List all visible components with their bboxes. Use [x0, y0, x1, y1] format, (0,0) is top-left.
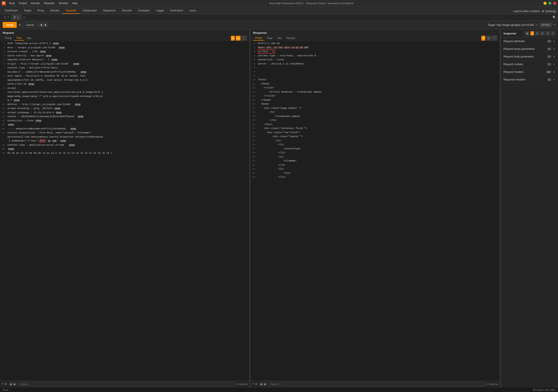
inspector-sections: Request attributes 2 ▼ Request query par…: [501, 38, 558, 83]
response-line: 22 <div class="container-fluid ">: [250, 126, 500, 131]
insp-close-icon[interactable]: ✕: [551, 31, 555, 35]
nav-tab-proxy[interactable]: Proxy: [34, 8, 47, 14]
menu-project[interactable]: Project: [17, 1, 29, 5]
menu-help[interactable]: Help: [70, 1, 79, 5]
request-tab-actions: ≡ \n ⋮: [231, 36, 247, 41]
nav-tab-collaborator[interactable]: Collaborator: [79, 8, 100, 14]
nav-tab-intruder[interactable]: Intruder: [47, 8, 62, 14]
inspector-section-header[interactable]: Request headers 13 ▼: [501, 68, 558, 76]
tab-1-close[interactable]: ✕: [8, 16, 9, 18]
response-line: 15 </head>: [250, 98, 500, 102]
request-line: 15\r\n: [0, 123, 249, 127]
add-tab-button[interactable]: +: [21, 15, 26, 20]
inspector-section-header[interactable]: Response headers 5 ▼: [501, 76, 558, 83]
menu-intruder[interactable]: Intruder: [29, 1, 42, 5]
request-prev-arrow[interactable]: ◀: [9, 382, 13, 386]
inspector-section-badge: 5: [547, 78, 551, 81]
nav-tab-sequencer[interactable]: Sequencer: [100, 8, 119, 14]
request-line: 5Upgrade-Insecure-Requests : 1 \r\n: [0, 58, 249, 62]
minimize-button[interactable]: [543, 2, 547, 5]
inspector-section-req-cookies[interactable]: Request cookies 1 ▼: [501, 60, 558, 68]
request-more-icon[interactable]: ⋮: [241, 36, 247, 41]
insp-icon-sort[interactable]: ⇅: [535, 31, 539, 35]
nav-tab-logger[interactable]: Logger: [153, 8, 167, 14]
response-prev-arrow[interactable]: ◀: [259, 382, 263, 386]
request-line: 6Origin : http://target.yijinglab.com:51…: [0, 62, 249, 66]
tab-2-close[interactable]: ✕: [17, 16, 19, 18]
resp-tab-raw[interactable]: Raw: [265, 36, 274, 40]
response-more-icon[interactable]: ⋮: [492, 36, 497, 41]
response-settings-icon[interactable]: ⚙: [255, 383, 257, 386]
nav-tab-learn[interactable]: Learn: [186, 8, 199, 14]
nav-right: captcha-killer-modified ⚙ Settings: [513, 9, 556, 14]
insp-icon-settings[interactable]: ⚙: [545, 31, 550, 35]
nav-tab-comparer[interactable]: Comparer: [135, 8, 153, 14]
request-next-arrow[interactable]: ▶: [13, 382, 17, 386]
response-nl-icon[interactable]: \n: [486, 36, 491, 41]
inspector-section-header[interactable]: Request attributes 2 ▼: [501, 38, 558, 45]
response-line: 27 ContentType:: [250, 147, 500, 151]
http-version-selector[interactable]: HTTP/1: [540, 23, 552, 27]
inspector-section-req-headers[interactable]: Request headers 13 ▼: [501, 68, 558, 76]
repeater-tab-1[interactable]: 1 ✕: [2, 15, 12, 20]
resp-tab-render[interactable]: Render: [285, 36, 297, 40]
inspector-section-req-query[interactable]: Request query parameters 0 ▼: [501, 45, 558, 53]
response-next-arrow[interactable]: ▶: [263, 382, 267, 386]
request-nav-arrows: ◀ ▶: [9, 382, 17, 386]
req-tab-hex[interactable]: Hex: [24, 36, 33, 40]
request-help-icon[interactable]: ?: [2, 383, 3, 386]
send-button[interactable]: Send: [3, 22, 17, 28]
response-search-input[interactable]: [269, 382, 485, 386]
close-button[interactable]: [553, 2, 556, 5]
inspector-panel: Inspector ▦ ≡ ⇅ ⊟ ⚙ ✕ Request attributes…: [501, 29, 558, 387]
burp-logo: B: [2, 1, 6, 5]
response-code-area[interactable]: 1HTTP/1.1 200 OK2Date: Sat, 10 Feb 2024 …: [250, 42, 500, 381]
inspector-section-header[interactable]: Request cookies 1 ▼: [501, 60, 558, 68]
nav-tab-dashboard[interactable]: Dashboard: [2, 8, 21, 14]
repeater-tab-2[interactable]: 2 ✕: [12, 15, 22, 20]
menu-repeater[interactable]: Repeater: [42, 1, 56, 5]
help-icon[interactable]: ?: [554, 23, 555, 27]
nav-tab-target[interactable]: Target: [21, 8, 34, 14]
insp-icon-list[interactable]: ≡: [530, 31, 534, 35]
inspector-section-header[interactable]: Request body parameters 2 ▼: [501, 53, 558, 60]
nav-bar: Dashboard Target Proxy Intruder Repeater…: [0, 7, 558, 14]
response-help-icon[interactable]: ?: [252, 383, 254, 386]
response-line: 26 <li>: [250, 142, 500, 147]
menu-burp[interactable]: Burp: [8, 1, 17, 5]
inspector-section-title: Request query parameters: [504, 47, 547, 50]
request-wrap-icon[interactable]: ≡: [231, 36, 235, 41]
response-wrap-icon[interactable]: ≡: [481, 36, 485, 41]
insp-icon-filter[interactable]: ⊟: [540, 31, 545, 35]
settings-icon[interactable]: ⚙ Settings: [541, 9, 556, 13]
next-button[interactable]: ▶: [44, 23, 48, 27]
req-tab-raw[interactable]: Raw: [14, 36, 24, 41]
prev-button[interactable]: ◀: [39, 23, 44, 27]
nav-tab-repeater[interactable]: Repeater: [62, 8, 79, 14]
settings-gear-icon[interactable]: ⚙: [18, 23, 21, 27]
request-settings-icon[interactable]: ⚙: [5, 383, 7, 386]
nav-tab-decoder[interactable]: Decoder: [119, 8, 135, 14]
insp-icon-grid[interactable]: ▦: [525, 31, 529, 35]
resp-tab-pretty[interactable]: Pretty: [253, 36, 264, 41]
cancel-button[interactable]: Cancel: [23, 22, 37, 28]
tab-search-icon[interactable]: 🔍: [552, 16, 556, 19]
response-line: 9: [250, 74, 500, 78]
maximize-button[interactable]: [548, 2, 551, 5]
menu-window[interactable]: Window: [57, 1, 70, 5]
status-text-right: 654 bytes | 561 millis: [533, 389, 555, 391]
inspector-section-req-attrs[interactable]: Request attributes 2 ▼: [501, 38, 558, 45]
edit-target-icon[interactable]: ✏: [536, 24, 538, 26]
request-line: 2Host : target.yijinglab.com:51305 \r\n: [0, 46, 249, 50]
inspector-section-req-body[interactable]: Request body parameters 2 ▼: [501, 53, 558, 60]
nav-tab-extensions[interactable]: Extensions: [167, 8, 186, 14]
inspector-section-resp-headers[interactable]: Response headers 5 ▼: [501, 76, 558, 83]
response-line: 32 <li>: [250, 167, 500, 171]
inspector-section-header[interactable]: Request query parameters 0 ▼: [501, 45, 558, 53]
request-code-area[interactable]: 1POST /doUpload.action HTTP/1.1 \r\n2Hos…: [0, 42, 249, 381]
resp-tab-hex[interactable]: Hex: [275, 36, 284, 40]
req-tab-pretty[interactable]: Pretty: [3, 36, 14, 40]
request-bottom-bar: ? ⚙ ◀ ▶ 0 matches: [0, 381, 249, 387]
request-nl-icon[interactable]: \n: [236, 36, 241, 41]
request-search-input[interactable]: [18, 382, 235, 386]
